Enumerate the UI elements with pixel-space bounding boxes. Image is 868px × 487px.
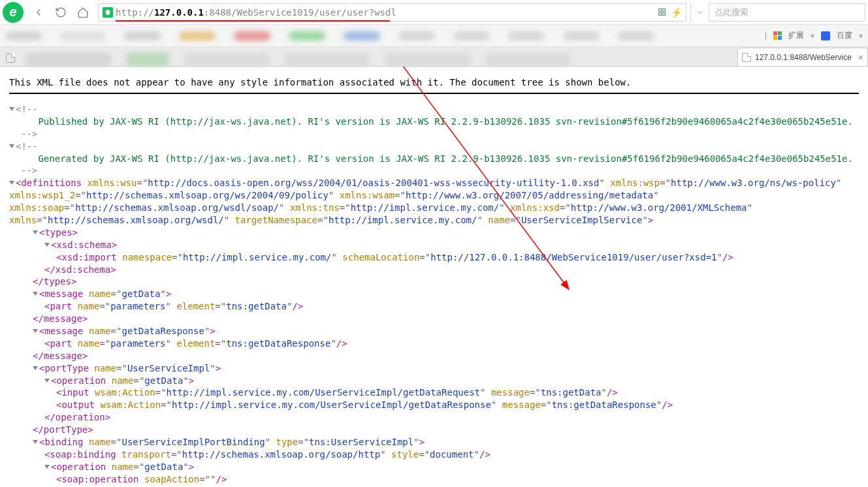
browser-toolbar: e http://127.0.0.1:8488/WebService1019/u… [0,0,868,25]
twisty-icon[interactable] [9,144,14,148]
bolt-icon[interactable]: ⚡ [671,7,682,18]
xml-element-output: <output wsam:Action="http://impl.service… [56,399,859,411]
blurred-item [234,31,270,40]
xml-element-input: <input wsam:Action="http://impl.service.… [56,386,859,399]
xml-element-soapoperation: <soap:operation soapAction=""/> [56,473,859,486]
twisty-icon[interactable] [33,230,38,234]
twisty-icon[interactable] [33,292,38,296]
xml-element-message[interactable]: <message name="getData"> [33,288,859,300]
blurred-item [563,31,600,40]
xml-element-part: <part name="parameters" element="tns:get… [44,300,859,313]
blurred-tab [127,53,169,66]
xml-element-message[interactable]: <message name="getDataResponse"> [33,325,859,338]
twisty-icon[interactable] [33,440,38,444]
browser-logo: e [3,2,24,23]
blurred-tab [385,53,470,66]
tab-active[interactable]: 127.0.0.1:8488/WebService × [737,48,868,66]
blurred-item [453,31,490,40]
twisty-icon[interactable] [33,329,38,333]
blurred-tab [285,53,370,66]
blurred-item [5,31,42,40]
xml-comment[interactable]: <!-- [9,103,859,116]
blurred-item [179,31,216,40]
xml-notice: This XML file does not appear to have an… [9,72,859,94]
blurred-item [398,31,435,40]
bookmark-bar: | 扩展 ▾ 百度 ▾ [0,25,868,47]
red-underline-annotation [116,20,390,22]
reload-button[interactable] [50,3,72,22]
baidu-label[interactable]: 百度 [837,30,852,41]
extensions-label[interactable]: 扩展 [788,30,804,41]
twisty-icon[interactable] [33,366,38,370]
tab-list-icon[interactable] [3,50,18,66]
twisty-icon[interactable] [9,107,14,111]
xml-element-operation[interactable]: <operation name="getData"> [44,375,859,387]
xml-element-schema[interactable]: <xsd:schema> [44,239,859,251]
address-bar[interactable]: http://127.0.0.1:8488/WebService1019/use… [98,3,686,22]
blurred-tab [486,53,571,66]
blurred-tab [184,53,269,66]
twisty-icon[interactable] [44,465,50,469]
blurred-item [344,31,380,40]
blurred-item [508,31,545,40]
qr-icon[interactable] [658,8,666,16]
page-icon [742,53,751,62]
page-content: This XML file does not appear to have an… [0,67,868,487]
url-text: http://127.0.0.1:8488/WebService1019/use… [116,7,396,18]
xml-element-binding[interactable]: <binding name="UserServiceImplPortBindin… [33,436,859,448]
twisty-icon[interactable] [44,379,50,383]
xml-element-types[interactable]: <types> [33,227,859,239]
blurred-item [60,31,106,40]
back-button[interactable] [27,3,50,22]
xml-element-import: <xsd:import namespace="http://impl.servi… [56,251,859,264]
security-shield-icon [103,7,113,18]
addr-dropdown[interactable] [690,3,709,22]
xml-element-porttype[interactable]: <portType name="UserServiceImpl"> [33,362,859,375]
extensions-icon[interactable] [773,31,782,40]
tab-label: 127.0.0.1:8488/WebService [755,53,852,62]
search-input[interactable]: 点此搜索 [709,3,865,22]
xml-element-operation[interactable]: <operation name="getData"> [44,461,859,473]
xml-element-definitions[interactable]: <definitions xmlns:wsu="http://docs.oasi… [9,177,859,227]
xml-comment[interactable]: <!-- [9,140,859,153]
blurred-item [618,31,654,40]
tab-close-button[interactable]: × [858,52,863,63]
blurred-item [124,31,161,40]
xml-element-soapbinding: <soap:binding transport="http://schemas.… [44,448,859,461]
twisty-icon[interactable] [44,243,50,247]
tab-bar: 127.0.0.1:8488/WebService × [0,47,868,67]
blurred-item [289,31,325,40]
xml-element-part: <part name="parameters" element="tns:get… [44,338,859,350]
baidu-icon[interactable] [821,31,830,40]
twisty-icon[interactable] [9,181,14,185]
home-button[interactable] [72,3,94,22]
blurred-tab [26,53,111,66]
